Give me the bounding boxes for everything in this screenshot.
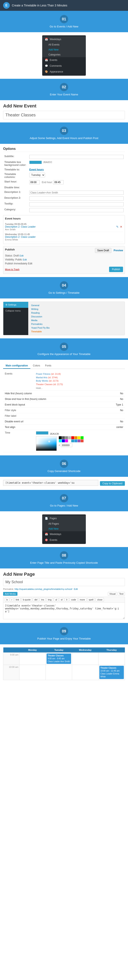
permalink-edit-link[interactable]: Edit (74, 588, 78, 590)
bquote-button[interactable]: b-quote (21, 598, 32, 601)
color-spectrum[interactable] (36, 436, 57, 451)
tab-main-config[interactable]: Main configuration (3, 363, 30, 369)
status-edit-link[interactable]: Edit (19, 255, 24, 257)
color-gray[interactable] (65, 436, 68, 439)
category-input[interactable] (29, 208, 124, 212)
tab-fonts[interactable]: Fonts (43, 363, 54, 369)
color-red[interactable] (71, 436, 74, 439)
italic-button[interactable]: i (10, 598, 13, 601)
link-button[interactable]: link (14, 598, 21, 601)
settings-general[interactable]: General (30, 304, 123, 307)
theater-event-2[interactable]: Theater Classes 10:00 am - 11:45 am Clas… (100, 666, 124, 679)
settings-media[interactable]: Media (30, 318, 123, 322)
event-name-input[interactable] (3, 111, 125, 119)
settings-reading[interactable]: Reading (30, 311, 123, 315)
color-magenta[interactable] (65, 439, 68, 442)
color-teal[interactable] (71, 439, 74, 442)
ol-button[interactable]: ol (59, 598, 64, 601)
settings-discussion[interactable]: Discussion (30, 315, 123, 318)
timetable-header-row: Monday Tuesday Wednesday Thursday (3, 648, 125, 653)
edit-event1-icon[interactable]: ✎ (115, 225, 119, 228)
submenu-categories[interactable]: Categories (42, 52, 86, 57)
menu-item-events2[interactable]: 🎯 Events (42, 537, 86, 543)
settings-permalinks[interactable]: Permalinks (30, 322, 123, 326)
more-button[interactable]: more (78, 598, 87, 601)
add-new-event-title: Add New Event (3, 103, 125, 109)
color-purple[interactable] (77, 439, 81, 442)
sidebar-collapse[interactable]: Collapse menu (3, 308, 28, 313)
shortcode-input[interactable] (3, 480, 98, 486)
hex-input[interactable] (61, 443, 72, 447)
publish-button[interactable]: Publish (109, 267, 123, 272)
color-orange[interactable] (74, 436, 77, 439)
bold-button[interactable]: b (5, 598, 9, 601)
tooltip-input[interactable] (29, 202, 124, 207)
color-blue[interactable] (62, 439, 65, 442)
permalink-label: Permalink: (3, 588, 14, 590)
add-media-button[interactable]: Add Media (3, 592, 17, 596)
spell-button[interactable]: spell (87, 598, 95, 601)
menu-item-comments[interactable]: 💬 Comments (42, 63, 86, 69)
description1-input[interactable] (29, 191, 124, 195)
event-hours-link[interactable]: Event hours (29, 168, 44, 171)
move-to-trash-link[interactable]: Move to Trash (5, 268, 19, 270)
submenu-add-new[interactable]: Add New (42, 47, 86, 52)
menu-item-pages[interactable]: 📄 Pages (42, 515, 86, 521)
subtitle-input[interactable] (29, 155, 124, 159)
text-tab[interactable]: Text (118, 592, 125, 596)
columns-select[interactable]: Tuesday (29, 173, 45, 177)
end-hour-input[interactable] (53, 180, 63, 185)
save-draft-button[interactable]: Save Draft (95, 248, 111, 253)
menu-item-weekdays[interactable]: 📅 Weekdays (42, 37, 86, 42)
submenu-all-events[interactable]: All Events (42, 42, 86, 47)
bg-color-label: Timetable box background color: (3, 160, 28, 167)
color-dark-gray[interactable] (62, 436, 65, 439)
disable-event-url-row: Disable event url No (3, 419, 125, 425)
color-crimson[interactable] (81, 439, 84, 442)
event2-instructor: Class Leader Emma White (100, 672, 123, 678)
close-button[interactable]: close (96, 598, 104, 601)
theater-event-1[interactable]: Theater Classes 9:00 am - 9:45 am Class … (47, 654, 71, 664)
visibility-edit-link[interactable]: Edit (23, 258, 27, 261)
bg-color-box[interactable] (29, 161, 42, 164)
page-name-input[interactable] (3, 578, 125, 586)
color-cyan[interactable] (59, 439, 62, 442)
settings-timetable[interactable]: Timetable (30, 329, 123, 333)
menu-item-appearance[interactable]: 🎨 Appearance (42, 69, 86, 75)
settings-writing[interactable]: Writing (30, 307, 123, 311)
code-button[interactable]: code (70, 598, 77, 601)
copy-to-clipboard-button[interactable]: Copy to Clipboard (100, 481, 125, 486)
menu-item-events[interactable]: 📅 Events (42, 57, 86, 63)
color-white[interactable] (68, 439, 71, 442)
del-button[interactable]: del (33, 598, 39, 601)
tab-colors[interactable]: Colors (30, 363, 43, 369)
pages-submenu: All Pages Add New (42, 521, 86, 531)
page-content-editor[interactable]: [timetable event='theater-classes' weekd… (3, 603, 125, 619)
weekdays-icon: 📅 (45, 533, 48, 536)
menu-item-weekdays2[interactable]: 📅 Weekdays (42, 531, 86, 537)
timetable-to-label: Timetable to: (3, 167, 28, 172)
step01-label: Go to Events / Add New (3, 25, 125, 28)
start-hour-input[interactable] (29, 180, 40, 185)
settings-yoast[interactable]: Yoast Post Fly Bio (30, 326, 123, 329)
ul-button[interactable]: ul (54, 598, 58, 601)
visual-tab[interactable]: Visual (108, 592, 117, 596)
color-light-gray[interactable] (68, 436, 71, 439)
disabled-time-row: Disable time: (3, 185, 125, 190)
preview-link[interactable]: Preview (114, 249, 123, 252)
color-sky[interactable] (74, 439, 77, 442)
submenu-add-new-page[interactable]: Add New (42, 526, 86, 531)
description2-input[interactable] (29, 196, 124, 200)
color-green[interactable] (81, 436, 84, 439)
img-button[interactable]: img (46, 598, 53, 601)
color-yellow[interactable] (77, 436, 81, 439)
color-black[interactable] (59, 436, 62, 439)
events-submenu: All Events Add New Categories (42, 42, 86, 57)
permalink-url[interactable]: http://squaricalabia.com/wp_plugins/time… (14, 588, 72, 590)
ins-button[interactable]: ins (40, 598, 46, 601)
li-button[interactable]: li (65, 598, 69, 601)
delete-event1-icon[interactable]: ✕ (119, 225, 123, 228)
submenu-all-pages[interactable]: All Pages (42, 521, 86, 526)
sidebar-settings[interactable]: ⚙ Settings (3, 302, 28, 308)
time-color-picker[interactable] (36, 431, 48, 434)
